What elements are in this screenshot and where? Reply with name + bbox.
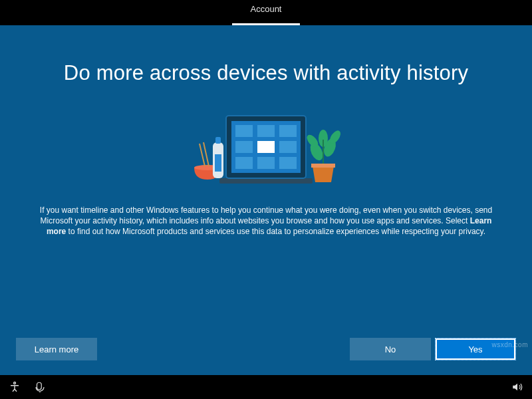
ease-of-access-icon[interactable] (8, 380, 21, 394)
svg-rect-17 (215, 137, 221, 144)
learn-more-button[interactable]: Learn more (16, 338, 97, 360)
no-button[interactable]: No (350, 338, 431, 360)
svg-rect-11 (257, 141, 275, 153)
main-content: Do more across devices with activity his… (0, 25, 532, 375)
tab-account[interactable]: Account (232, 0, 301, 25)
svg-rect-4 (257, 125, 275, 137)
svg-rect-7 (279, 141, 297, 153)
svg-rect-18 (311, 164, 335, 168)
no-button-label: No (385, 344, 396, 354)
watermark: wsxdn.com (491, 341, 528, 348)
svg-rect-0 (219, 178, 313, 184)
description-text: If you want timeline and other Windows f… (32, 205, 500, 237)
svg-rect-8 (235, 157, 253, 169)
system-bar (0, 375, 532, 399)
svg-rect-5 (279, 125, 297, 137)
yes-button-label: Yes (468, 344, 482, 354)
learn-more-button-label: Learn more (35, 344, 78, 354)
tab-account-label: Account (251, 4, 282, 14)
button-row: Learn more No Yes (0, 338, 532, 360)
ime-icon[interactable] (33, 380, 47, 394)
svg-point-25 (14, 382, 16, 384)
activity-history-illustration (180, 104, 352, 190)
setup-header: Account (0, 0, 532, 25)
description-part2: to find out how Microsoft products and s… (66, 227, 485, 236)
svg-rect-6 (235, 141, 253, 153)
description-part1: If you want timeline and other Windows f… (40, 205, 492, 225)
page-title: Do more across devices with activity his… (64, 61, 468, 85)
svg-rect-10 (279, 157, 297, 169)
svg-rect-26 (37, 382, 42, 390)
volume-icon[interactable] (511, 380, 524, 394)
svg-rect-9 (257, 157, 275, 169)
svg-rect-3 (235, 125, 253, 137)
svg-rect-16 (215, 154, 221, 172)
